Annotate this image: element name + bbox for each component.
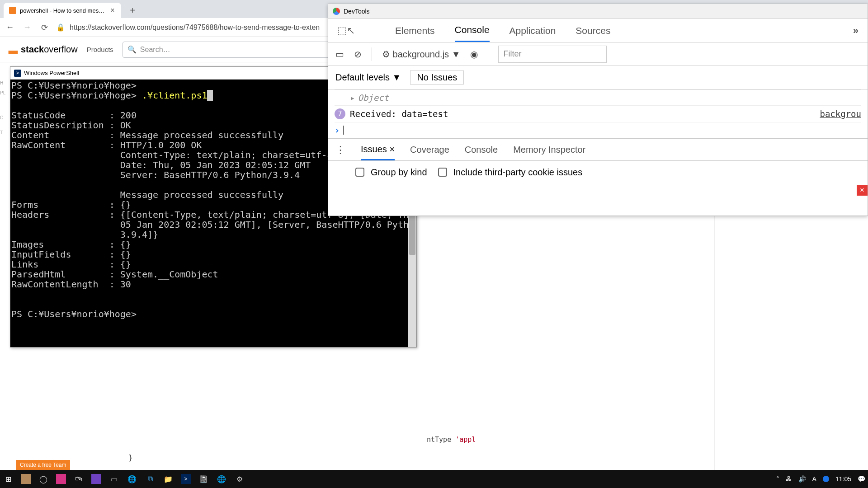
cortana-icon[interactable]: ◯: [38, 474, 49, 484]
taskbar-app-icons: ⊞ ◯ 🛍 ▭ 🌐 ⧉ 📁 > 📓 🌐 ⚙: [3, 474, 245, 484]
url-text: https://stackoverflow.com/questions/7497…: [70, 23, 320, 32]
third-party-checkbox[interactable]: [438, 168, 447, 177]
chrome-icon: [333, 8, 340, 15]
ps-prompt-2: PS C:¥Users¥norio¥hoge>: [11, 90, 142, 101]
explorer-taskbar-icon[interactable]: 📁: [163, 474, 174, 484]
issues-summary[interactable]: No Issues: [410, 70, 464, 85]
search-icon: 🔍: [127, 45, 137, 54]
browser-tab[interactable]: powershell - How to send messa… ×: [4, 3, 121, 18]
left-nav-fragment: HPLCT: [0, 62, 11, 470]
devtools-drawer: ⋮ Issues × Coverage Console Memory Inspe…: [328, 138, 868, 183]
separator: [375, 24, 375, 38]
system-tray: ˄ 🖧 🔊 A 11:05 💬: [776, 475, 865, 483]
stackoverflow-icon: [7, 44, 19, 56]
devtools-title: DevTools: [344, 8, 370, 15]
logo-bold: stack: [21, 44, 44, 54]
group-by-kind-checkbox[interactable]: [355, 168, 364, 177]
brace-fragment: }: [128, 453, 133, 462]
tray-orb-icon[interactable]: [823, 476, 829, 482]
task-view-icon[interactable]: ▭: [108, 474, 119, 484]
toggle-sidebar-icon[interactable]: ▭: [335, 49, 344, 60]
log-levels-selector[interactable]: Default levels ▼: [335, 72, 401, 83]
live-expression-icon[interactable]: ◉: [470, 49, 478, 60]
console-log-row[interactable]: 7 Received: data=test backgrou: [335, 106, 861, 122]
back-button[interactable]: ←: [5, 22, 15, 33]
issues-filter-bar: Group by kind Include third-party cookie…: [328, 161, 868, 183]
stackoverflow-logo[interactable]: stackoverflow: [7, 44, 78, 56]
close-panel-icon[interactable]: ×: [857, 185, 868, 196]
console-prompt[interactable]: ›: [335, 122, 861, 138]
tab-application[interactable]: Application: [509, 19, 556, 42]
volume-icon[interactable]: 🔊: [798, 475, 806, 483]
code-pre: ntType: [427, 436, 455, 444]
create-free-team-button[interactable]: Create a free Team: [16, 460, 70, 470]
console-message: Received: data=test: [350, 109, 448, 119]
taskbar-app-icon[interactable]: [21, 474, 31, 484]
clear-console-icon[interactable]: ⊘: [354, 49, 362, 60]
store-icon[interactable]: 🛍: [73, 474, 84, 484]
console-source-link[interactable]: backgrou: [820, 109, 861, 119]
powershell-taskbar-icon[interactable]: >: [181, 474, 191, 484]
repeat-count-badge: 7: [335, 108, 345, 119]
ps-prompt-1: PS C:¥Users¥norio¥hoge>: [11, 80, 137, 91]
taskbar-app-icon[interactable]: [56, 474, 66, 484]
vscode-taskbar-icon[interactable]: ⧉: [145, 474, 156, 484]
context-label: background.js: [393, 49, 449, 59]
tab-elements[interactable]: Elements: [395, 19, 435, 42]
console-filter-input[interactable]: Filter: [498, 46, 607, 63]
search-placeholder: Search…: [140, 46, 170, 54]
console-toolbar: ▭ ⊘ ⚙ background.js ▼ ◉ Filter: [328, 42, 868, 66]
start-button[interactable]: ⊞: [3, 474, 14, 484]
ime-indicator[interactable]: A: [812, 475, 816, 483]
products-link[interactable]: Products: [87, 46, 113, 53]
tab-sources[interactable]: Sources: [576, 19, 610, 42]
context-selector[interactable]: ⚙ background.js ▼: [382, 49, 460, 60]
drawer-tab-issues[interactable]: Issues ×: [361, 139, 395, 160]
drawer-tab-coverage[interactable]: Coverage: [410, 139, 449, 160]
code-string: 'appl: [455, 436, 476, 444]
separator: [372, 47, 372, 61]
powershell-title-text: Windows PowerShell: [24, 70, 79, 76]
console-object-row[interactable]: ▸Object: [335, 89, 861, 106]
tab-console[interactable]: Console: [455, 19, 490, 42]
console-toolbar-2: Default levels ▼ No Issues: [328, 66, 868, 89]
ps-command: .¥client.ps1: [142, 90, 208, 101]
lock-icon: 🔒: [56, 23, 65, 32]
more-tabs-icon[interactable]: »: [853, 25, 859, 37]
tray-chevron-icon[interactable]: ˄: [776, 475, 779, 483]
stackoverflow-favicon-icon: [9, 7, 16, 14]
inspect-element-icon[interactable]: ⬚↖: [337, 25, 355, 37]
close-drawer-tab-icon[interactable]: ×: [389, 144, 395, 155]
code-fragment: ntType 'appl: [427, 436, 476, 444]
text-cursor: [343, 126, 344, 135]
console-output: ▸Object 7 Received: data=test backgrou ›: [328, 89, 868, 138]
chrome-taskbar-icon[interactable]: 🌐: [127, 474, 137, 484]
new-tab-button[interactable]: +: [126, 4, 139, 17]
drawer-menu-icon[interactable]: ⋮: [335, 144, 345, 156]
reload-button[interactable]: ⟳: [39, 22, 50, 33]
taskbar-app-icon[interactable]: 📓: [198, 474, 209, 484]
clock[interactable]: 11:05: [835, 475, 851, 483]
notifications-icon[interactable]: 💬: [858, 475, 865, 483]
group-by-kind-label: Group by kind: [371, 167, 427, 178]
drawer-tabbar: ⋮ Issues × Coverage Console Memory Inspe…: [328, 139, 868, 161]
prompt-arrow-icon: ›: [335, 125, 340, 135]
drawer-tab-label: Issues: [361, 144, 387, 155]
close-tab-icon[interactable]: ×: [109, 7, 116, 14]
forward-button[interactable]: →: [22, 22, 33, 33]
logo-light: overflow: [44, 44, 77, 54]
separator: [488, 47, 488, 61]
network-icon[interactable]: 🖧: [786, 475, 792, 483]
taskbar-app-icon[interactable]: [91, 474, 101, 484]
console-object-label: Object: [358, 93, 389, 103]
drawer-tab-memory[interactable]: Memory Inspector: [513, 139, 585, 160]
devtools-window: DevTools ⬚↖ Elements Console Application…: [328, 4, 868, 216]
settings-taskbar-icon[interactable]: ⚙: [234, 474, 245, 484]
chrome-taskbar-icon-2[interactable]: 🌐: [216, 474, 227, 484]
powershell-icon: >: [14, 70, 21, 77]
levels-label: Default levels: [335, 72, 390, 82]
third-party-label: Include third-party cookie issues: [453, 167, 583, 178]
devtools-titlebar[interactable]: DevTools: [328, 4, 868, 19]
tab-title: powershell - How to send messa…: [20, 7, 106, 14]
drawer-tab-console[interactable]: Console: [465, 139, 498, 160]
